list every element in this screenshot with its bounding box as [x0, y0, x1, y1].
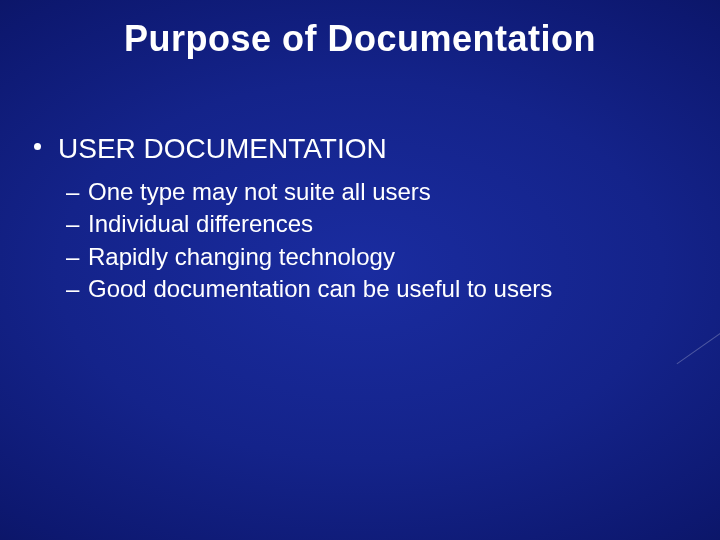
list-item-text: Individual differences [88, 210, 313, 237]
slide-title: Purpose of Documentation [0, 18, 720, 60]
decorative-ray [677, 329, 720, 364]
bullet-dot-icon [34, 143, 41, 150]
dash-icon: – [66, 208, 79, 240]
list-item: – One type may not suite all users [30, 176, 690, 208]
heading-text: USER DOCUMENTATION [58, 133, 387, 164]
list-item-text: Good documentation can be useful to user… [88, 275, 552, 302]
list-item: – Good documentation can be useful to us… [30, 273, 690, 305]
dash-icon: – [66, 176, 79, 208]
list-item-text: One type may not suite all users [88, 178, 431, 205]
list-item-text: Rapidly changing technology [88, 243, 395, 270]
list-item: – Rapidly changing technology [30, 241, 690, 273]
bullet-heading: USER DOCUMENTATION [30, 130, 690, 168]
dash-icon: – [66, 273, 79, 305]
slide-body: USER DOCUMENTATION – One type may not su… [30, 130, 690, 305]
dash-icon: – [66, 241, 79, 273]
slide: Purpose of Documentation USER DOCUMENTAT… [0, 0, 720, 540]
list-item: – Individual differences [30, 208, 690, 240]
